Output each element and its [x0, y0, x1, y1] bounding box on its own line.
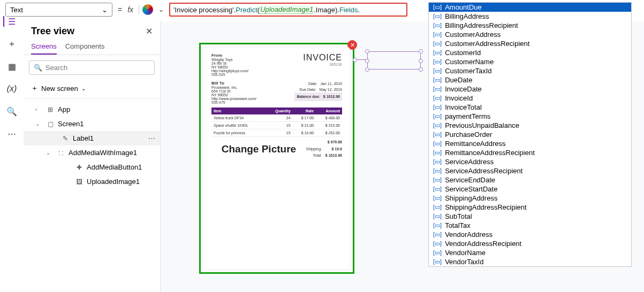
intellisense-item[interactable]: [▭]VendorName: [429, 248, 631, 257]
formula-token: .: [358, 6, 360, 14]
resize-handle[interactable]: [365, 49, 369, 53]
intellisense-item[interactable]: [▭]InvoiceId: [429, 94, 631, 103]
intellisense-item[interactable]: [▭]RemittanceAddress: [429, 139, 631, 148]
intellisense-item-label: VendorName: [445, 249, 486, 257]
intellisense-dropdown[interactable]: [▭]AmountDue[▭]BillingAddress[▭]BillingA…: [428, 2, 632, 267]
field-icon: [▭]: [433, 113, 442, 120]
field-icon: [▭]: [433, 122, 442, 129]
tree-label: App: [58, 105, 70, 113]
resize-handle[interactable]: [419, 49, 423, 53]
inv-total-label: Total:: [313, 153, 322, 157]
tree-view-rail-icon[interactable]: ☰: [3, 16, 14, 27]
intellisense-item[interactable]: [▭]ServiceAddress: [429, 157, 631, 166]
intellisense-item[interactable]: [▭]CustomerTaxId: [429, 66, 631, 75]
intellisense-item[interactable]: [▭]VendorAddressRecipient: [429, 239, 631, 248]
intellisense-item-label: ServiceEndDate: [445, 176, 495, 184]
intellisense-item[interactable]: [▭]ShippingAddress: [429, 194, 631, 203]
new-screen-label: New screen: [41, 84, 78, 93]
property-selector[interactable]: Text ⌄: [5, 3, 112, 17]
formula-input[interactable]: 'Invoice processing'.Predict(UploadedIma…: [169, 3, 407, 17]
tree-view-panel: Tree view ✕ Screens Components 🔍 Search …: [24, 21, 161, 292]
inv-from-line: Wingtip Toys: [211, 58, 248, 62]
intellisense-item[interactable]: [▭]CustomerAddress: [429, 30, 631, 39]
intellisense-item-label: CustomerAddress: [445, 30, 501, 39]
tree-node-uploadedimage[interactable]: 🖼 UploadedImage1: [24, 174, 160, 189]
tree-search[interactable]: 🔍 Search: [29, 60, 155, 75]
tree-node-app[interactable]: › ⊞ App: [24, 102, 160, 117]
intellisense-item-label: PurchaseOrder: [445, 130, 492, 139]
chevron-down-icon[interactable]: ⌄: [156, 6, 166, 13]
intellisense-item[interactable]: [▭]ServiceAddressRecipient: [429, 166, 631, 175]
equals-sign: =: [116, 5, 124, 14]
selected-label-control[interactable]: [367, 51, 421, 70]
collapse-icon[interactable]: ⌄: [46, 150, 54, 156]
divider: [139, 5, 139, 14]
intellisense-item-label: VendorAddressRecipient: [445, 240, 521, 248]
intellisense-item[interactable]: [▭]InvoiceTotal: [429, 103, 631, 112]
intellisense-item[interactable]: [▭]DueDate: [429, 75, 631, 84]
variables-rail-icon[interactable]: (x): [6, 83, 17, 94]
group-icon: ⸬: [57, 149, 65, 157]
intellisense-item[interactable]: [▭]ServiceStartDate: [429, 185, 631, 194]
inv-from-line: NY 98052: [211, 65, 248, 69]
intellisense-item-label: CustomerId: [445, 49, 481, 57]
uploaded-image-control[interactable]: ✕ From Wingtip Toys 24 9th St NY 98052 h…: [199, 43, 354, 274]
resize-handle[interactable]: [419, 67, 423, 72]
intellisense-item[interactable]: [▭]BillingAddress: [429, 12, 631, 21]
resize-handle[interactable]: [419, 59, 423, 63]
tree-node-screen1[interactable]: ⌄ ▢ Screen1: [24, 117, 160, 131]
tab-screens[interactable]: Screens: [31, 42, 57, 55]
intellisense-item[interactable]: [▭]TotalTax: [429, 221, 631, 230]
app-icon: ⊞: [46, 106, 55, 113]
field-icon: [▭]: [433, 13, 442, 20]
more-icon[interactable]: ⋯: [148, 134, 156, 142]
intellisense-item[interactable]: [▭]AmountDue: [429, 3, 631, 12]
intellisense-item-label: ServiceAddress: [445, 158, 494, 166]
intellisense-item[interactable]: [▭]VendorTaxId: [429, 257, 631, 266]
screen-icon: ▢: [46, 120, 55, 128]
change-picture-overlay[interactable]: Change Picture: [211, 143, 306, 159]
resize-handle[interactable]: [365, 67, 369, 72]
more-rail-icon[interactable]: ⋯: [6, 128, 17, 139]
intellisense-item[interactable]: [▭]ServiceEndDate: [429, 175, 631, 185]
field-icon: [▭]: [433, 222, 442, 229]
close-icon[interactable]: ✕: [146, 26, 153, 36]
intellisense-item[interactable]: [▭]InvoiceDate: [429, 84, 631, 94]
field-icon: [▭]: [433, 104, 442, 111]
new-screen-button[interactable]: ＋ New screen ⌄: [24, 80, 160, 99]
intellisense-item-label: PreviousUnpaidBalance: [445, 121, 519, 129]
chevron-down-icon: ⌄: [81, 86, 86, 91]
field-icon: [▭]: [433, 167, 442, 174]
intellisense-item[interactable]: [▭]RemittanceAddressRecipient: [429, 148, 631, 157]
inv-lineitems-table: Item Quantity Rate Amount Yellow truck D…: [211, 107, 342, 137]
tree-label: Label1: [73, 134, 94, 142]
search-rail-icon[interactable]: 🔍: [6, 106, 17, 117]
field-icon: [▭]: [433, 195, 442, 202]
intellisense-item[interactable]: [▭]paymentTerms: [429, 112, 631, 121]
field-icon: [▭]: [433, 31, 442, 38]
tree-node-addmedia[interactable]: ⌄ ⸬ AddMediaWithImage1: [24, 145, 160, 160]
intellisense-item[interactable]: [▭]CustomerName: [429, 57, 631, 66]
tree-node-label1[interactable]: ✎ Label1 ⋯: [24, 131, 160, 145]
resize-handle[interactable]: [365, 59, 369, 63]
intellisense-item[interactable]: [▭]BillingAddressRecipient: [429, 21, 631, 30]
collapse-icon[interactable]: ⌄: [35, 121, 43, 127]
inv-balance-label: Balance due:: [297, 95, 320, 98]
intellisense-item[interactable]: [▭]CustomerId: [429, 48, 631, 57]
intellisense-item[interactable]: [▭]VendorAddress: [429, 230, 631, 239]
field-icon: [▭]: [433, 204, 442, 211]
intellisense-item[interactable]: [▭]CustomerAddressRecipient: [429, 39, 631, 48]
insert-rail-icon[interactable]: ＋: [6, 39, 17, 49]
tree-node-addmediabutton[interactable]: ✚ AddMediaButton1: [24, 160, 160, 174]
data-rail-icon[interactable]: ▦: [6, 61, 17, 72]
intellisense-item[interactable]: [▭]ShippingAddressRecipient: [429, 203, 631, 212]
inv-from-line: 555-525: [211, 73, 248, 76]
expand-icon[interactable]: ›: [35, 106, 43, 112]
tab-components[interactable]: Components: [65, 42, 105, 55]
copilot-icon[interactable]: [142, 4, 153, 15]
intellisense-item[interactable]: [▭]PreviousUnpaidBalance: [429, 121, 631, 130]
fx-label: fx: [127, 5, 135, 14]
intellisense-item[interactable]: [▭]PurchaseOrder: [429, 130, 631, 139]
intellisense-item[interactable]: [▭]SubTotal: [429, 212, 631, 221]
inv-billto-line: http://www.proseware.com/: [211, 97, 256, 101]
